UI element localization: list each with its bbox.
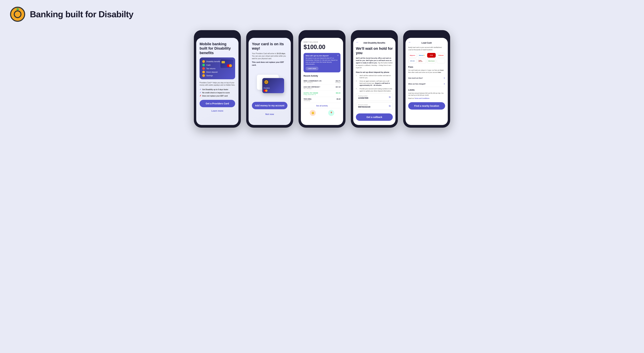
card-front: Providers: [262, 78, 284, 93]
routing-info: Routing number 1234567899: [358, 95, 368, 99]
how-to-title: How to set up direct deposit by phone: [356, 71, 393, 73]
cvs-logo: CVS: [427, 53, 436, 58]
check-icon-1: ✓: [200, 88, 201, 91]
retailers-grid: Walgreens Walmart ★ CVS 7-Eleven RITE AI…: [408, 53, 445, 63]
fees-body: Our cash loads are unique in 2 ways: our…: [408, 69, 445, 73]
tx3-info: GUSTO, PAY 536308 Friday, December 31: [304, 92, 318, 95]
account-number-field: Account number 998765432100 ⧉: [356, 102, 393, 110]
phone-2: Your card is on its way! Your Providers …: [246, 30, 293, 128]
phone-3: DEBIT BALANCE $100.00 ✕ When will I get …: [298, 30, 346, 128]
phone-3-screen: DEBIT BALANCE $100.00 ✕ When will I get …: [301, 38, 343, 125]
notification-title: When will I get my SSA deposit?: [306, 55, 338, 57]
transaction-2: 2104 AMC ORPHEUM 7 Sat, January 1 -$17.1…: [304, 85, 340, 91]
tx1-info: WEB LAUNDROMAT LTD Sun, January 2: [304, 80, 322, 83]
phone-1-title: Mobile banking built for Disability bene…: [200, 42, 235, 55]
card-chip: [222, 61, 225, 63]
tx2-info: 2104 AMC ORPHEUM 7 Sat, January 1: [304, 86, 320, 89]
check-icon-2: ✓: [200, 91, 201, 94]
dollargn-logo: Dollar General: [427, 59, 436, 63]
faq-item-1[interactable]: How much are fees? +: [408, 75, 445, 81]
logo-inner: [14, 10, 22, 18]
dot-direct: [202, 71, 205, 73]
location-nav-icon[interactable]: 📍: [328, 110, 334, 116]
get-providers-card-button[interactable]: Get a Providers Card: [200, 100, 235, 107]
phone-2-notch: [263, 33, 276, 36]
copy-account-icon[interactable]: ⧉: [389, 104, 390, 107]
walmart-logo: Walmart ★: [418, 53, 426, 58]
empty-logo: [437, 59, 445, 63]
phone-4: ← Add Disability Benefits We'll wait on …: [351, 30, 398, 128]
seven-eleven-logo: 7-Eleven: [437, 53, 445, 58]
dot-disability: [202, 60, 205, 63]
notification-body: We expect to see your deposit by 6pm ET …: [306, 57, 338, 65]
expand-icon-1[interactable]: +: [444, 76, 445, 80]
phone-5-header-title: Load Cash: [408, 42, 445, 44]
phone-1-description: Providers Card™ helps you stay on top of…: [200, 82, 235, 86]
phone-4-main-title: We'll wait on hold for you: [356, 46, 393, 55]
providers-logo-inner: [265, 81, 267, 83]
familydollar-logo: FAMILY DOLLAR: [418, 59, 426, 63]
phone-4-screen: ← Add Disability Benefits We'll wait on …: [353, 38, 396, 125]
account-info: Account number 998765432100: [358, 104, 370, 108]
terms-conditions-link[interactable]: Terms and Conditions: [414, 97, 429, 99]
dot-tax: [202, 67, 205, 70]
faq-item-2[interactable]: When are fees charged? +: [408, 81, 445, 87]
feature-1: ✓ Get Disability up to 5 days faster: [200, 88, 235, 91]
phones-row: Mobile banking built for Disability bene…: [10, 30, 634, 128]
mc-right-2: [265, 89, 268, 92]
get-callback-button[interactable]: Get a callback: [356, 113, 393, 121]
learn-more-button-phone1[interactable]: Learn more: [200, 108, 235, 113]
menu-item-savings: Savings: [202, 74, 232, 77]
step-2: 2. Once an agent answers, we'll give you…: [356, 80, 393, 86]
copy-routing-icon[interactable]: ⧉: [389, 96, 390, 98]
dot-savings: [202, 74, 205, 77]
fees-title: Fees: [408, 66, 445, 68]
learn-more-button-phone3[interactable]: Learn more: [306, 67, 318, 70]
ssa-notification: ✕ When will I get my SSA deposit? We exp…: [304, 53, 340, 72]
mc-right: [229, 64, 232, 67]
phone-2-note: This card does not replace your EBT card…: [252, 61, 288, 66]
tx3-amount-col: $50.00: [336, 92, 340, 94]
add-money-button[interactable]: Add money to my account: [252, 102, 288, 109]
phone-4-notch: [368, 33, 381, 36]
expand-icon-2[interactable]: +: [444, 82, 445, 85]
phone-1: Mobile banking built for Disability bene…: [194, 30, 241, 128]
transaction-1: WEB LAUNDROMAT LTD Sun, January 2 -$12.7…: [304, 79, 340, 85]
mastercard-logo: [227, 64, 232, 67]
logo: [10, 7, 25, 22]
tx4-amount-col: -$8.48: [336, 98, 340, 100]
card-nav-icon[interactable]: 🪙: [310, 110, 316, 116]
see-all-activity[interactable]: See all activity: [304, 103, 340, 108]
not-now-button[interactable]: Not now: [252, 111, 288, 117]
routing-number-field: Routing number 1234567899 ⧉: [356, 93, 393, 101]
phone-5: ← Load Cash Easily load cash to your acc…: [403, 30, 450, 128]
phone-1-card-area: Disability benefits Cash Tax returns Dir…: [200, 57, 235, 79]
phone-4-header-title: Add Disability Benefits: [356, 42, 393, 44]
providers-text-on-card: Providers: [264, 87, 283, 89]
phone-3-notch: [315, 33, 329, 36]
riteaid-logo: RITE AID: [408, 59, 417, 63]
tx1-amount-col: -$12.71 Pending: [335, 80, 340, 83]
transaction-4: TEDS BBQ Timestamp -$8.48: [304, 97, 340, 103]
transaction-3: GUSTO, PAY 536308 Friday, December 31 $5…: [304, 91, 340, 97]
phone-4-body: We'll call the Social Security office an…: [356, 57, 393, 69]
step-1: 1. We'll call the national SSA number an…: [356, 74, 393, 79]
find-nearby-location-button[interactable]: Find a nearby location: [408, 102, 445, 110]
debit-card-visual: [220, 59, 234, 68]
feature-3: ✗ Does not replace your EBT card: [200, 95, 235, 97]
feature-2: ✓ No credit check or impact to score: [200, 91, 235, 94]
tx4-info: TEDS BBQ Timestamp: [304, 98, 312, 101]
providers-logo-card: [264, 80, 269, 84]
phone-2-screen: Your card is on its way! Your Providers …: [248, 38, 291, 125]
phone-2-title: Your card is on its way!: [252, 42, 288, 51]
notification-close-icon[interactable]: ✕: [337, 54, 339, 57]
phone-2-subtitle: Your Providers Card will arrive in 10-15…: [252, 52, 288, 60]
limits-body: Load any amount between $20 and $1,000 p…: [408, 92, 445, 96]
walgreens-logo: Walgreens: [408, 53, 417, 58]
limits-title: Limits: [408, 89, 445, 91]
mastercard-logo-2: [264, 89, 283, 92]
x-icon: ✗: [200, 95, 201, 97]
dot-cash: [202, 64, 205, 66]
terms-text: Read our Terms and Conditions: [408, 97, 445, 99]
bottom-nav: 🪙 📍: [304, 108, 340, 118]
